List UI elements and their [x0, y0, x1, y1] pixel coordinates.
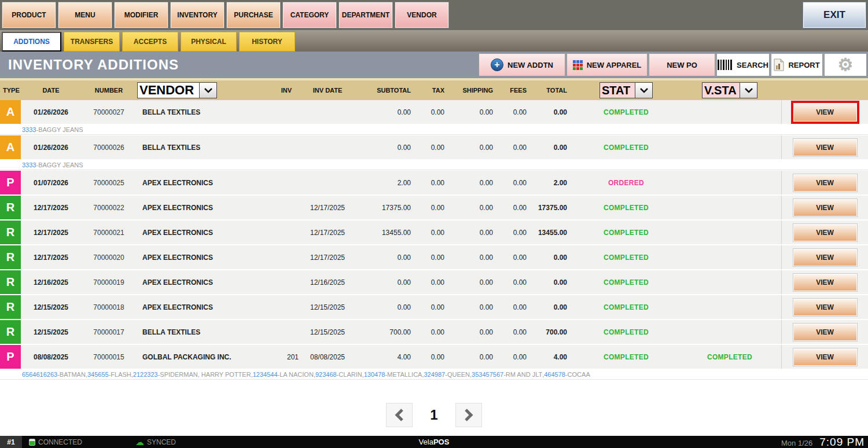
row-number: 70000017 — [81, 328, 137, 336]
top-nav: PRODUCTMENUMODIFIERINVENTORYPURCHASECATE… — [0, 0, 868, 30]
view-button[interactable]: VIEW — [793, 298, 858, 317]
type-badge: A — [0, 100, 21, 124]
app-name: VelaPOS — [0, 438, 868, 446]
view-button[interactable]: VIEW — [793, 348, 858, 366]
row-inv-date: 12/17/2025 — [299, 229, 356, 237]
status-filter-label: STAT — [600, 83, 635, 98]
col-tax: TAX — [418, 87, 451, 94]
item-code: 1234544 — [253, 371, 278, 378]
page-number: 1 — [430, 407, 437, 423]
row-subtotal: 0.00 — [356, 303, 418, 311]
view-button[interactable]: VIEW — [793, 174, 858, 192]
nav-department-button[interactable]: DEPARTMENT — [339, 2, 393, 28]
row-fees: 0.00 — [500, 278, 534, 287]
view-button[interactable]: VIEW — [793, 199, 858, 217]
row-shipping: 0.00 — [451, 303, 500, 311]
row-tax: 0.00 — [418, 204, 451, 212]
row-date: 01/26/2026 — [21, 144, 81, 152]
row-subtotal: 4.00 — [356, 353, 418, 361]
row-subtotal: 2.00 — [356, 179, 418, 187]
item-code: 923468 — [315, 371, 337, 378]
row-status: COMPLETED — [574, 353, 678, 361]
row-vendor: BELLA TEXTILES — [137, 108, 270, 116]
connection-status: CONNECTED — [29, 438, 82, 446]
row-items-note: 3333-BAGGY JEANS — [0, 125, 868, 135]
row-status: COMPLETED — [574, 204, 678, 212]
row-shipping: 0.00 — [451, 108, 500, 116]
chevron-right-icon — [464, 409, 473, 421]
search-button[interactable]: SEARCH — [716, 53, 770, 76]
new-po-button[interactable]: NEW PO — [649, 53, 715, 76]
row-number: 70000022 — [81, 204, 137, 212]
connected-icon — [29, 439, 35, 446]
tab-accepts[interactable]: ACCEPTS — [122, 32, 178, 52]
settings-button[interactable] — [824, 53, 867, 76]
page-title: INVENTORY ADDITIONS — [8, 57, 179, 73]
row-tax: 0.00 — [418, 353, 451, 361]
new-apparel-label: NEW APPAREL — [587, 61, 642, 69]
nav-modifier-button[interactable]: MODIFIER — [114, 2, 168, 28]
type-badge: R — [0, 295, 21, 319]
new-addtn-button[interactable]: NEW ADDTN — [479, 53, 565, 76]
view-button[interactable]: VIEW — [793, 223, 858, 242]
nav-inventory-button[interactable]: INVENTORY — [170, 2, 225, 28]
table-row: R 12/16/2025 70000019 APEX ELECTRONICS 1… — [0, 270, 868, 294]
view-button[interactable]: VIEW — [793, 138, 858, 157]
vendor-status-filter-dropdown[interactable]: V.STA — [702, 82, 757, 98]
table-row: P 01/07/2026 70000025 APEX ELECTRONICS 2… — [0, 171, 868, 194]
new-addtn-label: NEW ADDTN — [507, 61, 553, 69]
table-row: R 12/17/2025 70000020 APEX ELECTRONICS 1… — [0, 245, 868, 269]
row-total: 0.00 — [534, 303, 574, 311]
barcode-icon — [718, 60, 733, 70]
type-badge: R — [0, 245, 21, 269]
row-inv-date: 12/17/2025 — [299, 254, 356, 262]
nav-product-button[interactable]: PRODUCT — [2, 2, 56, 28]
nav-category-button[interactable]: CATEGORY — [282, 2, 337, 28]
table-row: R 12/15/2025 70000017 BELLA TEXTILES 12/… — [0, 320, 868, 344]
row-vendor: GOLBAL PACKAGING INC. — [137, 353, 270, 361]
col-number: NUMBER — [81, 87, 137, 94]
chevron-down-icon — [635, 83, 652, 98]
row-tax: 0.00 — [418, 254, 451, 262]
plus-circle-icon — [491, 58, 503, 71]
prev-page-button[interactable] — [386, 403, 413, 427]
search-label: SEARCH — [737, 61, 768, 69]
item-name: -FLASH — [109, 371, 131, 378]
row-date: 01/07/2026 — [21, 179, 81, 187]
inventory-tabs: ADDTIONSTRANSFERSACCEPTSPHYSICALHISTORY — [0, 30, 868, 52]
row-items-note: 6564616263-BATMAN, 345655-FLASH, 2122323… — [0, 370, 868, 380]
table-row: P 08/08/2025 70000015 GOLBAL PACKAGING I… — [0, 345, 868, 369]
new-apparel-button[interactable]: NEW APPAREL — [567, 53, 648, 76]
nav-menu-button[interactable]: MENU — [58, 2, 112, 28]
view-button[interactable]: VIEW — [793, 273, 858, 292]
row-items-note: 3333-BAGGY JEANS — [0, 160, 868, 170]
row-inv-date: 12/15/2025 — [299, 303, 356, 311]
item-name: -LA NACION — [278, 371, 314, 378]
tab-transfers[interactable]: TRANSFERS — [64, 32, 120, 52]
tab-addtions[interactable]: ADDTIONS — [2, 32, 61, 52]
tab-history[interactable]: HISTORY — [239, 32, 295, 52]
apparel-grid-icon — [573, 60, 583, 70]
nav-purchase-button[interactable]: PURCHASE — [226, 2, 281, 28]
table-header-row: TYPE DATE NUMBER VENDOR INV INV DATE SUB… — [0, 80, 868, 100]
row-number: 70000019 — [81, 278, 137, 287]
row-total: 17375.00 — [534, 204, 574, 212]
exit-button[interactable]: EXIT — [803, 2, 866, 28]
col-inv: INV — [270, 87, 299, 94]
view-button[interactable]: VIEW — [793, 248, 858, 267]
status-filter-dropdown[interactable]: STAT — [599, 82, 653, 98]
next-page-button[interactable] — [455, 403, 482, 427]
nav-vendor-button[interactable]: VENDOR — [395, 2, 449, 28]
tab-physical[interactable]: PHYSICAL — [181, 32, 237, 52]
view-button[interactable]: VIEW — [793, 323, 858, 341]
vendor-filter-dropdown[interactable]: VENDOR — [137, 82, 217, 98]
view-button[interactable]: VIEW — [791, 101, 859, 124]
type-badge: P — [0, 171, 21, 194]
row-date: 12/17/2025 — [21, 229, 81, 237]
table-row: R 12/15/2025 70000018 APEX ELECTRONICS 1… — [0, 295, 868, 319]
item-name: -RM AND JLT — [503, 371, 542, 378]
item-name: -BAGGY JEANS — [36, 161, 83, 168]
row-total: 0.00 — [534, 144, 574, 152]
report-button[interactable]: REPORT — [771, 53, 823, 76]
row-date: 12/17/2025 — [21, 254, 81, 262]
